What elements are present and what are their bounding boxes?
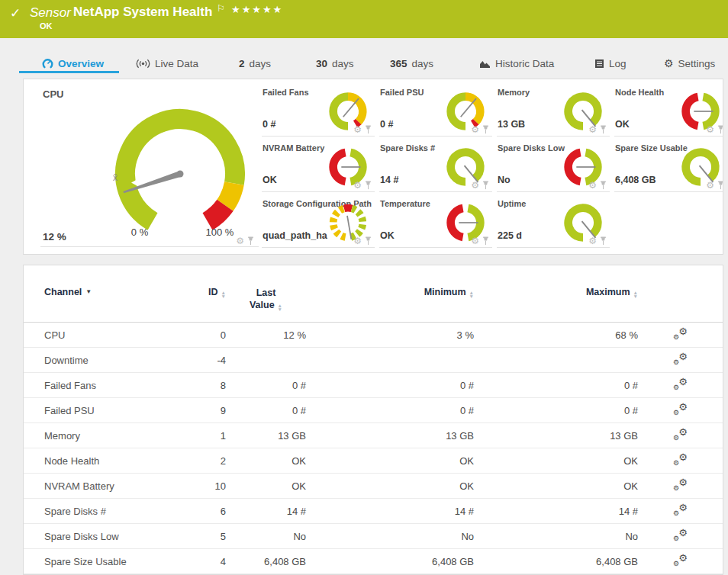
gauge-cell-uptime: Uptime 225 d ⚙ bbox=[497, 194, 610, 248]
sensor-header: ✓ Sensor NetApp System Health ⚐ ★★★★★ OK bbox=[0, 0, 728, 38]
pin-icon[interactable] bbox=[600, 181, 607, 190]
gauge-icon bbox=[42, 58, 53, 69]
pin-icon[interactable] bbox=[365, 181, 372, 190]
cpu-scale-min: 0 % bbox=[131, 226, 148, 238]
channel-settings-gears-icon[interactable]: ⚙⚙ bbox=[673, 327, 688, 340]
gauge-settings-gear-icon[interactable]: ⚙ bbox=[353, 236, 362, 246]
channels-table-panel: Channel▼ ID▲▼ LastValue▲▼ Minimum▲▼ Maxi… bbox=[23, 265, 723, 575]
sort-icon: ▲▼ bbox=[221, 291, 226, 298]
pin-icon[interactable] bbox=[482, 181, 489, 190]
sort-desc-icon: ▼ bbox=[85, 288, 92, 295]
tab-live-data[interactable]: Live Data bbox=[136, 55, 198, 72]
channel-settings-gears-icon[interactable]: ⚙⚙ bbox=[673, 554, 688, 567]
gauge-cell-storage-configuration-path: Storage Configuration Path quad_path_ha … bbox=[262, 194, 375, 248]
sort-icon: ▲▼ bbox=[633, 291, 638, 298]
pin-icon[interactable] bbox=[600, 236, 607, 246]
channel-settings-gears-icon[interactable]: ⚙⚙ bbox=[673, 352, 688, 365]
pin-icon[interactable] bbox=[717, 181, 723, 190]
channel-settings-gears-icon[interactable]: ⚙⚙ bbox=[673, 528, 688, 541]
pin-icon[interactable] bbox=[600, 125, 607, 134]
gauge-settings-gear-icon[interactable]: ⚙ bbox=[471, 236, 479, 246]
column-header-maximum[interactable]: Maximum▲▼ bbox=[474, 265, 638, 323]
gear-icon: ⚙ bbox=[664, 57, 674, 69]
gauge-settings-gear-icon[interactable]: ⚙ bbox=[353, 125, 362, 134]
table-row: Spare Disks # 6 14 # 14 # 14 # ⚙⚙ bbox=[24, 499, 723, 524]
table-row: Downtime -4 ⚙⚙ bbox=[24, 348, 723, 373]
gauge-settings-gear-icon[interactable]: ⚙ bbox=[353, 181, 362, 190]
table-row: Failed Fans 8 0 # 0 # 0 # ⚙⚙ bbox=[24, 373, 723, 398]
pin-icon[interactable] bbox=[365, 236, 372, 246]
gauge-cell-spare-size-usable: Spare Size Usable 6,408 GB ⚙ bbox=[614, 139, 723, 192]
channel-settings-gears-icon[interactable]: ⚙⚙ bbox=[673, 428, 688, 441]
column-header-last-value[interactable]: LastValue▲▼ bbox=[226, 265, 306, 323]
cpu-gauge: x̄ bbox=[73, 101, 272, 246]
tab-bar: Overview Live Data 2 days 30 days 365 da… bbox=[0, 38, 728, 79]
log-icon bbox=[594, 59, 604, 69]
channel-settings-gears-icon[interactable]: ⚙⚙ bbox=[673, 503, 688, 516]
table-row: Spare Disks Low 5 No No No ⚙⚙ bbox=[24, 524, 723, 549]
gauges-panel: CPU x̄ 0 % 100 % 12 % ⚙ Failed Fans 0 # … bbox=[23, 79, 723, 255]
table-row: Memory 1 13 GB 13 GB 13 GB ⚙⚙ bbox=[24, 423, 723, 448]
table-row: Node Health 2 OK OK OK ⚙⚙ bbox=[24, 448, 723, 474]
average-marker-label: x̄ bbox=[113, 172, 118, 183]
pin-icon[interactable] bbox=[717, 125, 723, 134]
gauge-cell-spare-disks: Spare Disks # 14 # ⚙ bbox=[379, 139, 492, 192]
gauge-cell-node-health: Node Health OK ⚙ bbox=[614, 83, 723, 137]
table-header-row: Channel▼ ID▲▼ LastValue▲▼ Minimum▲▼ Maxi… bbox=[24, 265, 723, 323]
area-chart-icon bbox=[479, 59, 491, 69]
sort-icon: ▲▼ bbox=[278, 304, 282, 311]
tab-log[interactable]: Log bbox=[594, 55, 627, 72]
broadcast-icon bbox=[136, 59, 150, 69]
gauge-cell-failed-fans: Failed Fans 0 # ⚙ bbox=[262, 83, 375, 137]
table-row: CPU 0 12 % 3 % 68 % ⚙⚙ bbox=[24, 323, 723, 348]
gauge-cell-temperature: Temperature OK ⚙ bbox=[379, 194, 492, 248]
gauge-cell-memory: Memory 13 GB ⚙ bbox=[497, 83, 610, 137]
gauge-settings-gear-icon[interactable]: ⚙ bbox=[588, 236, 597, 246]
sort-icon: ▲▼ bbox=[469, 291, 474, 298]
status-badge: OK bbox=[40, 21, 53, 31]
gauge-settings-gear-icon[interactable]: ⚙ bbox=[706, 125, 714, 134]
gauge-settings-gear-icon[interactable]: ⚙ bbox=[471, 125, 479, 134]
gauge-cell-spare-disks-low: Spare Disks Low No ⚙ bbox=[497, 139, 610, 192]
gauge-settings-gear-icon[interactable]: ⚙ bbox=[236, 236, 244, 246]
gauge-settings-gear-icon[interactable]: ⚙ bbox=[471, 181, 479, 190]
pin-icon[interactable] bbox=[482, 125, 489, 134]
tab-2-days[interactable]: 2 days bbox=[239, 55, 271, 72]
divider bbox=[40, 246, 259, 247]
gauge-settings-gear-icon[interactable]: ⚙ bbox=[588, 125, 597, 134]
tab-overview[interactable]: Overview bbox=[42, 55, 104, 72]
gauge-cell-failed-psu: Failed PSU 0 # ⚙ bbox=[379, 83, 492, 137]
channels-table: Channel▼ ID▲▼ LastValue▲▼ Minimum▲▼ Maxi… bbox=[24, 265, 723, 574]
gauge-title: CPU bbox=[43, 88, 63, 100]
tab-settings[interactable]: ⚙ Settings bbox=[664, 55, 715, 72]
pin-icon[interactable] bbox=[482, 236, 489, 246]
active-tab-underline bbox=[19, 71, 119, 73]
flag-icon[interactable]: ⚐ bbox=[217, 3, 225, 14]
column-header-id[interactable]: ID▲▼ bbox=[189, 265, 226, 323]
status-check-icon: ✓ bbox=[10, 5, 21, 21]
gauge-cell-nvram-battery: NVRAM Battery OK ⚙ bbox=[262, 139, 375, 192]
object-kind-label: Sensor bbox=[30, 5, 71, 21]
priority-stars[interactable]: ★★★★★ bbox=[231, 4, 283, 15]
gauge-cell-cpu: CPU x̄ 0 % 100 % 12 % ⚙ bbox=[24, 83, 260, 247]
column-header-minimum[interactable]: Minimum▲▼ bbox=[306, 265, 474, 323]
channel-settings-gears-icon[interactable]: ⚙⚙ bbox=[673, 377, 688, 390]
pin-icon[interactable] bbox=[365, 125, 372, 134]
tab-historic-data[interactable]: Historic Data bbox=[479, 55, 554, 72]
channel-settings-gears-icon[interactable]: ⚙⚙ bbox=[673, 403, 688, 416]
channel-settings-gears-icon[interactable]: ⚙⚙ bbox=[673, 453, 688, 466]
table-row: Spare Size Usable 4 6,408 GB 6,408 GB 6,… bbox=[24, 549, 723, 574]
tab-365-days[interactable]: 365 days bbox=[390, 55, 433, 72]
channel-settings-gears-icon[interactable]: ⚙⚙ bbox=[673, 478, 688, 491]
page-title: NetApp System Health bbox=[73, 5, 212, 20]
gauge-settings-gear-icon[interactable]: ⚙ bbox=[706, 181, 714, 190]
pin-icon[interactable] bbox=[247, 236, 254, 246]
column-header-channel[interactable]: Channel▼ bbox=[24, 265, 189, 323]
gauge-settings-gear-icon[interactable]: ⚙ bbox=[588, 181, 597, 190]
cpu-last-value: 12 % bbox=[43, 231, 66, 243]
cpu-scale-max: 100 % bbox=[206, 226, 234, 238]
table-row: NVRAM Battery 10 OK OK OK ⚙⚙ bbox=[24, 474, 723, 499]
table-row: Failed PSU 9 0 # 0 # 0 # ⚙⚙ bbox=[24, 398, 723, 423]
tab-30-days[interactable]: 30 days bbox=[316, 55, 354, 72]
